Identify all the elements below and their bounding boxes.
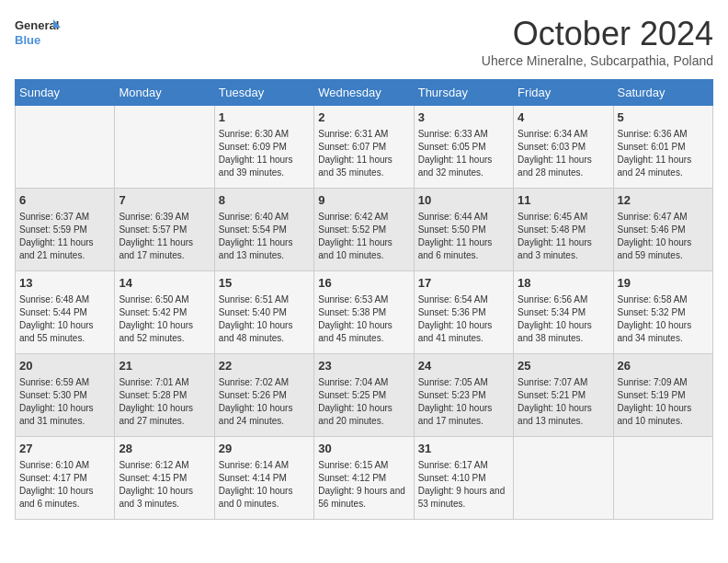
day-info: Sunrise: 6:59 AM Sunset: 5:30 PM Dayligh… xyxy=(19,376,110,428)
logo-svg: General Blue xyxy=(15,15,61,52)
day-number: 1 xyxy=(219,109,310,126)
logo: General Blue xyxy=(15,15,61,52)
week-row-3: 13Sunrise: 6:48 AM Sunset: 5:44 PM Dayli… xyxy=(16,271,713,354)
day-number: 28 xyxy=(119,441,210,457)
day-cell-27: 27Sunrise: 6:10 AM Sunset: 4:17 PM Dayli… xyxy=(16,437,115,520)
day-number: 15 xyxy=(219,275,310,292)
day-number: 17 xyxy=(418,275,509,292)
day-info: Sunrise: 6:10 AM Sunset: 4:17 PM Dayligh… xyxy=(19,459,110,511)
day-info: Sunrise: 6:12 AM Sunset: 4:15 PM Dayligh… xyxy=(119,459,210,511)
day-number: 3 xyxy=(418,109,509,126)
svg-text:Blue: Blue xyxy=(15,33,40,47)
day-number: 14 xyxy=(119,275,210,292)
day-number: 11 xyxy=(518,192,609,209)
day-number: 10 xyxy=(418,192,509,209)
week-row-2: 6Sunrise: 6:37 AM Sunset: 5:59 PM Daylig… xyxy=(16,189,713,271)
weekday-sunday: Sunday xyxy=(16,80,115,106)
day-cell-empty xyxy=(115,106,214,189)
day-cell-6: 6Sunrise: 6:37 AM Sunset: 5:59 PM Daylig… xyxy=(16,189,115,271)
day-cell-28: 28Sunrise: 6:12 AM Sunset: 4:15 PM Dayli… xyxy=(115,437,214,520)
month-title: October 2024 xyxy=(482,15,713,53)
day-number: 31 xyxy=(418,441,509,457)
day-cell-8: 8Sunrise: 6:40 AM Sunset: 5:54 PM Daylig… xyxy=(214,189,313,271)
day-info: Sunrise: 6:53 AM Sunset: 5:38 PM Dayligh… xyxy=(318,293,409,345)
day-info: Sunrise: 6:42 AM Sunset: 5:52 PM Dayligh… xyxy=(318,211,409,262)
day-info: Sunrise: 6:54 AM Sunset: 5:36 PM Dayligh… xyxy=(418,293,509,345)
title-section: October 2024 Uherce Mineralne, Subcarpat… xyxy=(482,15,713,68)
day-cell-26: 26Sunrise: 7:09 AM Sunset: 5:19 PM Dayli… xyxy=(613,354,712,437)
day-info: Sunrise: 6:40 AM Sunset: 5:54 PM Dayligh… xyxy=(219,211,310,262)
weekday-saturday: Saturday xyxy=(613,80,712,106)
day-number: 5 xyxy=(618,109,709,126)
day-number: 22 xyxy=(219,358,310,374)
day-cell-12: 12Sunrise: 6:47 AM Sunset: 5:46 PM Dayli… xyxy=(613,189,712,271)
day-cell-31: 31Sunrise: 6:17 AM Sunset: 4:10 PM Dayli… xyxy=(414,437,513,520)
day-cell-30: 30Sunrise: 6:15 AM Sunset: 4:12 PM Dayli… xyxy=(314,437,414,520)
day-cell-10: 10Sunrise: 6:44 AM Sunset: 5:50 PM Dayli… xyxy=(414,189,513,271)
day-number: 23 xyxy=(318,358,409,374)
day-number: 20 xyxy=(19,358,110,374)
weekday-header-row: SundayMondayTuesdayWednesdayThursdayFrid… xyxy=(16,80,713,106)
day-cell-2: 2Sunrise: 6:31 AM Sunset: 6:07 PM Daylig… xyxy=(314,106,414,189)
day-cell-22: 22Sunrise: 7:02 AM Sunset: 5:26 PM Dayli… xyxy=(214,354,313,437)
calendar-table: SundayMondayTuesdayWednesdayThursdayFrid… xyxy=(15,79,713,520)
day-info: Sunrise: 6:14 AM Sunset: 4:14 PM Dayligh… xyxy=(219,459,310,511)
day-info: Sunrise: 6:47 AM Sunset: 5:46 PM Dayligh… xyxy=(618,211,709,262)
day-info: Sunrise: 6:58 AM Sunset: 5:32 PM Dayligh… xyxy=(618,293,709,345)
day-cell-empty xyxy=(16,106,115,189)
day-info: Sunrise: 7:01 AM Sunset: 5:28 PM Dayligh… xyxy=(119,376,210,428)
day-info: Sunrise: 6:31 AM Sunset: 6:07 PM Dayligh… xyxy=(318,128,409,179)
svg-text:General: General xyxy=(15,18,59,32)
day-cell-3: 3Sunrise: 6:33 AM Sunset: 6:05 PM Daylig… xyxy=(414,106,513,189)
day-info: Sunrise: 6:17 AM Sunset: 4:10 PM Dayligh… xyxy=(418,459,509,511)
day-cell-13: 13Sunrise: 6:48 AM Sunset: 5:44 PM Dayli… xyxy=(16,271,115,354)
day-cell-4: 4Sunrise: 6:34 AM Sunset: 6:03 PM Daylig… xyxy=(514,106,613,189)
day-cell-20: 20Sunrise: 6:59 AM Sunset: 5:30 PM Dayli… xyxy=(16,354,115,437)
week-row-4: 20Sunrise: 6:59 AM Sunset: 5:30 PM Dayli… xyxy=(16,354,713,437)
weekday-friday: Friday xyxy=(514,80,613,106)
day-number: 9 xyxy=(318,192,409,209)
weekday-wednesday: Wednesday xyxy=(314,80,414,106)
weekday-monday: Monday xyxy=(115,80,214,106)
day-cell-empty xyxy=(514,437,613,520)
day-number: 2 xyxy=(318,109,409,126)
day-cell-9: 9Sunrise: 6:42 AM Sunset: 5:52 PM Daylig… xyxy=(314,189,414,271)
day-number: 21 xyxy=(119,358,210,374)
day-info: Sunrise: 7:04 AM Sunset: 5:25 PM Dayligh… xyxy=(318,376,409,428)
day-cell-16: 16Sunrise: 6:53 AM Sunset: 5:38 PM Dayli… xyxy=(314,271,414,354)
day-info: Sunrise: 6:15 AM Sunset: 4:12 PM Dayligh… xyxy=(318,459,409,511)
day-number: 25 xyxy=(518,358,609,374)
day-info: Sunrise: 7:05 AM Sunset: 5:23 PM Dayligh… xyxy=(418,376,509,428)
day-cell-21: 21Sunrise: 7:01 AM Sunset: 5:28 PM Dayli… xyxy=(115,354,214,437)
day-cell-empty xyxy=(613,437,712,520)
day-cell-25: 25Sunrise: 7:07 AM Sunset: 5:21 PM Dayli… xyxy=(514,354,613,437)
day-number: 27 xyxy=(19,441,110,457)
day-cell-17: 17Sunrise: 6:54 AM Sunset: 5:36 PM Dayli… xyxy=(414,271,513,354)
day-number: 7 xyxy=(119,192,210,209)
day-cell-23: 23Sunrise: 7:04 AM Sunset: 5:25 PM Dayli… xyxy=(314,354,414,437)
day-cell-1: 1Sunrise: 6:30 AM Sunset: 6:09 PM Daylig… xyxy=(214,106,313,189)
day-cell-7: 7Sunrise: 6:39 AM Sunset: 5:57 PM Daylig… xyxy=(115,189,214,271)
day-number: 19 xyxy=(618,275,709,292)
day-info: Sunrise: 7:07 AM Sunset: 5:21 PM Dayligh… xyxy=(518,376,609,428)
day-info: Sunrise: 6:37 AM Sunset: 5:59 PM Dayligh… xyxy=(19,211,110,262)
day-number: 12 xyxy=(618,192,709,209)
day-info: Sunrise: 6:45 AM Sunset: 5:48 PM Dayligh… xyxy=(518,211,609,262)
day-cell-11: 11Sunrise: 6:45 AM Sunset: 5:48 PM Dayli… xyxy=(514,189,613,271)
location-subtitle: Uherce Mineralne, Subcarpathia, Poland xyxy=(482,53,713,68)
day-number: 30 xyxy=(318,441,409,457)
day-number: 29 xyxy=(219,441,310,457)
day-number: 18 xyxy=(518,275,609,292)
day-cell-24: 24Sunrise: 7:05 AM Sunset: 5:23 PM Dayli… xyxy=(414,354,513,437)
day-cell-29: 29Sunrise: 6:14 AM Sunset: 4:14 PM Dayli… xyxy=(214,437,313,520)
day-number: 16 xyxy=(318,275,409,292)
day-info: Sunrise: 7:02 AM Sunset: 5:26 PM Dayligh… xyxy=(219,376,310,428)
day-info: Sunrise: 6:30 AM Sunset: 6:09 PM Dayligh… xyxy=(219,128,310,179)
weekday-tuesday: Tuesday xyxy=(214,80,313,106)
day-info: Sunrise: 6:33 AM Sunset: 6:05 PM Dayligh… xyxy=(418,128,509,179)
day-cell-14: 14Sunrise: 6:50 AM Sunset: 5:42 PM Dayli… xyxy=(115,271,214,354)
day-info: Sunrise: 6:39 AM Sunset: 5:57 PM Dayligh… xyxy=(119,211,210,262)
week-row-1: 1Sunrise: 6:30 AM Sunset: 6:09 PM Daylig… xyxy=(16,106,713,189)
day-number: 4 xyxy=(518,109,609,126)
day-cell-19: 19Sunrise: 6:58 AM Sunset: 5:32 PM Dayli… xyxy=(613,271,712,354)
